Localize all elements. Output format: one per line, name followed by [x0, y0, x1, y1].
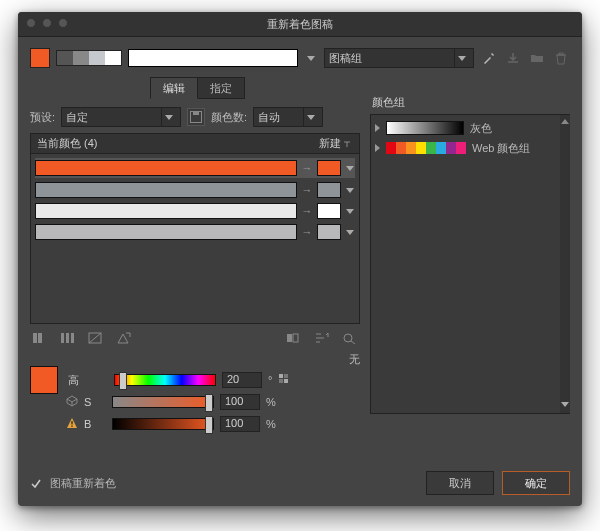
none-label: 无: [30, 352, 360, 367]
map-arrow-icon: →: [301, 226, 313, 238]
bri-thumb[interactable]: [205, 416, 213, 434]
color-row-2[interactable]: →: [35, 202, 355, 220]
new-swatch-2[interactable]: [317, 203, 341, 219]
svg-rect-3: [66, 333, 69, 343]
current-colors-header: 当前颜色 (4) 新建: [30, 133, 360, 154]
color-groups-label: 颜色组: [372, 95, 570, 110]
color-tools-row: [30, 330, 360, 346]
group-row-gray[interactable]: 灰色: [375, 119, 565, 137]
tab-edit[interactable]: 编辑: [150, 77, 198, 99]
color-count-value: 自动: [258, 110, 303, 125]
scroll-up-icon[interactable]: [561, 119, 569, 124]
disclosure-icon[interactable]: [375, 124, 380, 132]
color-bar-0[interactable]: [35, 160, 297, 176]
sat-label: S: [84, 396, 94, 408]
color-bar-2[interactable]: [35, 203, 297, 219]
right-column: 颜色组 灰色: [370, 77, 570, 477]
sat-thumb[interactable]: [205, 394, 213, 412]
group-name-dropdown-icon[interactable]: [307, 56, 315, 61]
close-dot[interactable]: [26, 18, 36, 28]
hsb-area: 高 20 ° S: [30, 371, 360, 433]
tab-assign[interactable]: 指定: [198, 77, 245, 99]
merge-rows-icon[interactable]: [30, 330, 50, 346]
artwork-color-strip[interactable]: [56, 50, 122, 66]
preset-row: 预设: 自定 颜色数: 自动: [30, 107, 360, 127]
ok-button[interactable]: 确定: [502, 471, 570, 495]
pct-unit: %: [266, 396, 276, 408]
selected-color-swatch[interactable]: [30, 366, 58, 394]
new-swatch-0[interactable]: [317, 160, 341, 176]
sat-field[interactable]: 100: [220, 394, 260, 410]
group-name-field[interactable]: [128, 49, 298, 67]
svg-rect-7: [287, 334, 292, 342]
artwork-color-swatch[interactable]: [30, 48, 50, 68]
bri-label: B: [84, 418, 94, 430]
degree-unit: °: [268, 374, 272, 386]
titlebar: 重新着色图稿: [18, 12, 582, 37]
swatch-menu-1[interactable]: [345, 188, 355, 193]
map-arrow-icon: →: [301, 205, 313, 217]
find-field-icon[interactable]: [284, 330, 304, 346]
check-icon[interactable]: [30, 478, 40, 488]
svg-rect-4: [71, 333, 74, 343]
artwork-group-select[interactable]: 图稿组: [324, 48, 474, 68]
new-swatch-1[interactable]: [317, 182, 341, 198]
preset-select[interactable]: 自定: [61, 107, 181, 127]
map-arrow-icon: →: [301, 162, 313, 174]
new-row-icon[interactable]: [114, 330, 134, 346]
sort-icon[interactable]: [341, 138, 353, 150]
svg-line-10: [351, 341, 355, 344]
color-bar-3[interactable]: [35, 224, 297, 240]
color-row-1[interactable]: →: [35, 181, 355, 199]
hue-field[interactable]: 20: [222, 372, 262, 388]
warning-icon: [66, 417, 80, 431]
disclosure-icon[interactable]: [375, 144, 380, 152]
window-title: 重新着色图稿: [267, 18, 333, 30]
randomize-order-icon[interactable]: [312, 330, 332, 346]
scroll-down-icon[interactable]: [561, 402, 569, 407]
swatch-menu-0[interactable]: [345, 166, 355, 171]
preset-options-icon[interactable]: [187, 108, 205, 126]
colors-label: 颜色数:: [211, 110, 247, 125]
new-swatch-3[interactable]: [317, 224, 341, 240]
color-bar-1[interactable]: [35, 182, 297, 198]
sat-slider[interactable]: [112, 396, 214, 408]
svg-rect-1: [38, 333, 42, 343]
group-row-web[interactable]: Web 颜色组: [375, 139, 565, 157]
exclude-row-icon[interactable]: [86, 330, 106, 346]
minimize-dot[interactable]: [42, 18, 52, 28]
bri-row: B 100 %: [30, 415, 360, 433]
bri-field[interactable]: 100: [220, 416, 260, 432]
zoom-dot[interactable]: [58, 18, 68, 28]
recolor-artwork-check-label[interactable]: 图稿重新着色: [50, 476, 116, 491]
top-row: 图稿组: [30, 47, 570, 69]
svg-rect-14: [284, 379, 288, 383]
bri-slider[interactable]: [112, 418, 214, 430]
hue-slider[interactable]: [114, 374, 216, 386]
trash-icon[interactable]: [552, 49, 570, 67]
current-colors-panel: → → →: [30, 154, 360, 324]
hue-thumb[interactable]: [119, 372, 127, 390]
color-row-3[interactable]: →: [35, 223, 355, 241]
recolor-artwork-dialog: 重新着色图稿 图稿组: [18, 12, 582, 506]
separate-rows-icon[interactable]: [58, 330, 78, 346]
dialog-body: 图稿组 编辑 指定: [18, 37, 582, 507]
cancel-button[interactable]: 取消: [426, 471, 494, 495]
color-row-0[interactable]: →: [35, 158, 355, 178]
swatch-menu-2[interactable]: [345, 209, 355, 214]
color-mode-icon[interactable]: [278, 373, 292, 387]
left-column: 编辑 指定 预设: 自定 颜色数: 自动: [30, 77, 360, 477]
color-count-select[interactable]: 自动: [253, 107, 323, 127]
svg-point-9: [344, 334, 352, 342]
footer: 图稿重新着色 取消 确定: [30, 471, 570, 495]
folder-icon[interactable]: [528, 49, 546, 67]
preset-value: 自定: [66, 110, 161, 125]
save-group-icon[interactable]: [504, 49, 522, 67]
eyedropper-icon[interactable]: [480, 49, 498, 67]
groups-scrollbar[interactable]: [560, 115, 570, 413]
mode-tabs: 编辑 指定: [150, 77, 360, 99]
hue-row: 高 20 °: [30, 371, 360, 389]
randomize-sat-icon[interactable]: [340, 330, 360, 346]
svg-line-6: [89, 333, 101, 343]
swatch-menu-3[interactable]: [345, 230, 355, 235]
